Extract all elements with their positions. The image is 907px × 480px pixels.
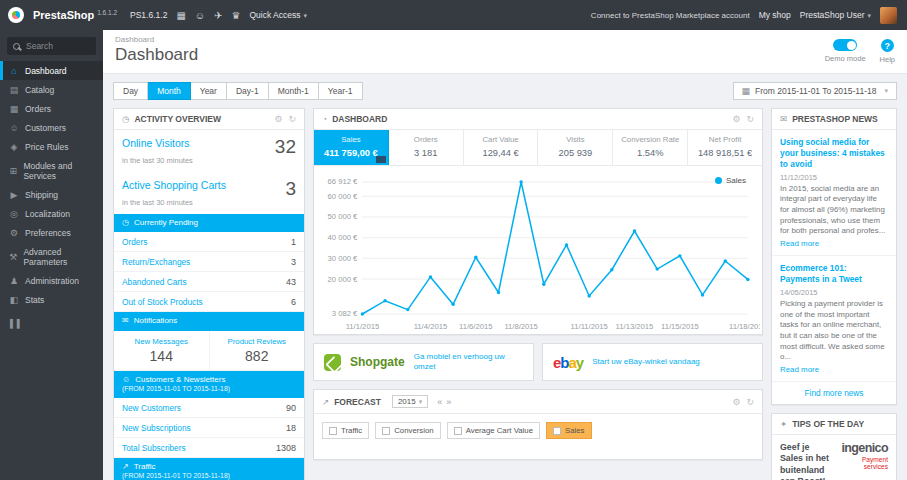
date-tabs: Day Month Year Day-1 Month-1 Year-1 [113, 82, 363, 100]
kpi-cart-value[interactable]: Cart Value 129,44 € [464, 130, 539, 165]
legend-average-cart-value[interactable]: Average Cart Value [447, 422, 540, 439]
orders-value: 1 [291, 237, 296, 247]
demo-mode-toggle[interactable]: Demo mode [825, 39, 866, 64]
prestashop-logo-icon[interactable] [8, 7, 24, 23]
gear-icon[interactable]: ⚙ [732, 397, 740, 407]
my-shop-link[interactable]: My shop [759, 10, 791, 20]
ingenico-logo-subtext: Payment services [839, 456, 888, 470]
customers-row-total-subscribers: Total Subscribers 1308 [114, 438, 304, 458]
news-item: Using social media for your business: 4 … [772, 130, 896, 256]
chart-legend[interactable]: Sales [715, 176, 746, 185]
kpi-sales[interactable]: Sales 411 759,00 € [314, 130, 389, 165]
refresh-icon[interactable]: ↻ [746, 397, 754, 407]
help-button[interactable]: Help [880, 39, 895, 64]
sidebar-item-modules[interactable]: ⊞ Modules and Services [0, 156, 103, 185]
news-title-link[interactable]: Using social media for your business: 4 … [780, 137, 888, 170]
legend-traffic[interactable]: Traffic [322, 422, 369, 439]
tab-year-1[interactable]: Year-1 [319, 82, 363, 100]
ebay-link[interactable]: Start uw eBay-winkel vandaag [592, 357, 700, 367]
cart-icon[interactable]: ▦ [176, 10, 185, 21]
kpi-orders[interactable]: Orders 3 181 [389, 130, 464, 165]
year-select[interactable]: 2015 [392, 395, 428, 408]
shopgate-link[interactable]: Ga mobiel en verhoog uw omzet [414, 352, 523, 372]
trophy-icon[interactable]: ♛ [231, 10, 240, 21]
messages-icon[interactable]: ✈ [214, 10, 222, 21]
dashboard-panel-title: DASHBOARD [332, 114, 387, 124]
sidebar-item-administration[interactable]: ♟ Administration [0, 271, 103, 290]
sidebar-item-price-rules[interactable]: ◈ Price Rules [0, 137, 103, 156]
toggle-icon[interactable] [833, 39, 857, 51]
sidebar-item-customers[interactable]: ☺ Customers [0, 118, 103, 137]
sales-chart-svg: 66 912 €60 000 €50 000 €40 000 €30 000 €… [316, 170, 760, 334]
prev-icon[interactable]: « [437, 397, 442, 407]
trend-icon: ↗ [322, 397, 329, 407]
product-reviews-cell[interactable]: Product Reviews 882 [209, 331, 305, 370]
abandoned-carts-link[interactable]: Abandoned Carts [122, 277, 187, 287]
sidebar-item-shipping[interactable]: ▶ Shipping [0, 185, 103, 204]
connect-marketplace-link[interactable]: Connect to PrestaShop Marketplace accoun… [591, 11, 750, 20]
legend-conversion[interactable]: Conversion [375, 422, 440, 439]
find-more-news-link[interactable]: Find more news [772, 382, 896, 404]
sidebar-item-orders[interactable]: ▦ Orders [0, 99, 103, 118]
kpi-net-profit[interactable]: Net Profit 148 918,51 € [688, 130, 762, 165]
sidebar-collapse-button[interactable]: ▌▌ [0, 309, 103, 338]
tab-day[interactable]: Day [113, 82, 148, 100]
quick-access-menu[interactable]: Quick Access [249, 10, 307, 20]
sidebar-item-label: Advanced Parameters [23, 247, 94, 267]
tab-year[interactable]: Year [191, 82, 227, 100]
svg-text:50 000 €: 50 000 € [328, 213, 359, 222]
user-menu[interactable]: PrestaShop User [800, 10, 871, 20]
shopgate-banner[interactable]: Shopgate Ga mobiel en verhoog uw omzet [313, 343, 534, 381]
online-visitors-value: 32 [275, 137, 296, 156]
new-customers-link[interactable]: New Customers [122, 403, 181, 413]
search-input[interactable] [26, 41, 88, 51]
page-header-tools: Demo mode Help [825, 35, 895, 64]
out-of-stock-link[interactable]: Out of Stock Products [122, 297, 203, 307]
sidebar-search[interactable] [7, 37, 96, 55]
refresh-icon[interactable]: ↻ [288, 114, 296, 124]
breadcrumb[interactable]: Dashboard [115, 35, 198, 44]
active-carts-link[interactable]: Active Shopping Carts [122, 179, 226, 191]
sidebar-item-stats[interactable]: ◧ Stats [0, 290, 103, 309]
tab-month-1[interactable]: Month-1 [269, 82, 319, 100]
new-subscriptions-link[interactable]: New Subscriptions [122, 423, 191, 433]
sidebar-item-preferences[interactable]: ⚙ Preferences [0, 223, 103, 242]
customers-icon[interactable]: ☺ [195, 10, 205, 21]
kpi-conversion-rate[interactable]: Conversion Rate 1.54% [613, 130, 688, 165]
legend-sales[interactable]: Sales [546, 422, 592, 439]
gear-icon[interactable]: ⚙ [274, 114, 282, 124]
sidebar-item-dashboard[interactable]: ⌂ Dashboard [0, 61, 103, 80]
panel-tools: ⚙ ↻ [732, 397, 754, 407]
tab-day-1[interactable]: Day-1 [227, 82, 269, 100]
read-more-link[interactable]: Read more [780, 239, 819, 248]
chip-label: Conversion [394, 426, 433, 435]
chip-label: Sales [565, 426, 585, 435]
read-more-link[interactable]: Read more [780, 365, 819, 374]
ebay-banner[interactable]: ebay Start uw eBay-winkel vandaag [542, 343, 763, 381]
sidebar-item-advanced-parameters[interactable]: ⚒ Advanced Parameters [0, 242, 103, 271]
kpi-row: Sales 411 759,00 € Orders 3 181 Cart Val… [314, 130, 762, 166]
sidebar-item-localization[interactable]: ◎ Localization [0, 204, 103, 223]
date-range-picker[interactable]: ▦ From 2015-11-01 To 2015-11-18 [733, 82, 897, 100]
sidebar-item-catalog[interactable]: ▤ Catalog [0, 80, 103, 99]
returns-link[interactable]: Return/Exchanges [122, 257, 190, 267]
brand-name[interactable]: PrestaShop [33, 9, 94, 21]
news-title-link[interactable]: Ecommerce 101: Payments in a Tweet [780, 263, 888, 285]
gear-icon[interactable]: ⚙ [732, 114, 740, 124]
total-subscribers-link[interactable]: Total Subscribers [122, 443, 186, 453]
help-icon[interactable] [881, 39, 894, 52]
online-visitors-link[interactable]: Online Visitors [122, 137, 190, 149]
forecast-panel: ↗ FORECAST 2015 « » ⚙ ↻ Traffic Conversi… [313, 389, 763, 460]
section-title: Notifications [134, 316, 178, 326]
orders-link[interactable]: Orders [122, 237, 147, 247]
kpi-visits[interactable]: Visits 205 939 [538, 130, 613, 165]
page-header-left: Dashboard Dashboard [115, 35, 198, 65]
avatar[interactable] [880, 7, 897, 24]
kpi-value: 205 939 [541, 148, 609, 158]
stats-icon: ◧ [9, 295, 19, 305]
tab-month[interactable]: Month [148, 82, 191, 100]
refresh-icon[interactable]: ↻ [746, 114, 754, 124]
new-messages-cell[interactable]: New Messages 144 [114, 331, 209, 370]
next-icon[interactable]: » [446, 397, 451, 407]
topbar: PrestaShop 1.6.1.2 PS1.6.1.2 ▦ ☺ ✈ ♛ Qui… [0, 0, 907, 30]
